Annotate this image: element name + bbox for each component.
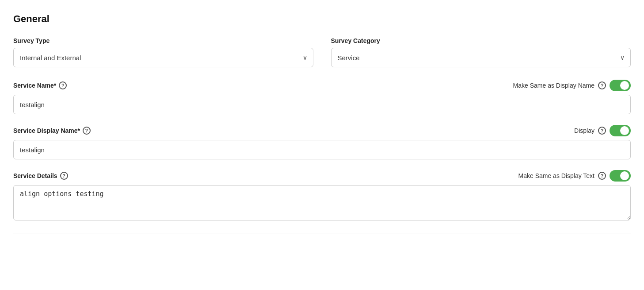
service-display-name-label-left: Service Display Name* ? — [13, 127, 91, 135]
survey-category-label: Survey Category — [331, 37, 631, 44]
make-same-as-display-name-label: Make Same as Display Name — [513, 82, 594, 89]
section-title: General — [13, 13, 631, 25]
service-name-section: Service Name* ? Make Same as Display Nam… — [13, 80, 631, 114]
survey-category-select[interactable]: Service Product Support — [331, 48, 631, 67]
service-details-toggle[interactable] — [610, 170, 631, 182]
survey-category-select-wrapper: Service Product Support ∨ — [331, 48, 631, 67]
survey-category-group: Survey Category Service Product Support … — [331, 37, 631, 67]
service-display-name-label-row: Service Display Name* ? Display ? — [13, 125, 631, 136]
service-display-name-section: Service Display Name* ? Display ? — [13, 125, 631, 159]
survey-type-select[interactable]: Internal and External Internal External — [13, 48, 313, 67]
service-details-textarea[interactable]: align options testing — [13, 185, 631, 220]
service-name-input[interactable] — [13, 95, 631, 114]
service-details-section: Service Details ? Make Same as Display T… — [13, 170, 631, 222]
service-name-toggle[interactable] — [610, 80, 631, 91]
service-display-name-toggle-slider — [610, 125, 631, 136]
display-toggle-help-icon[interactable]: ? — [598, 127, 606, 135]
service-name-label-row: Service Name* ? Make Same as Display Nam… — [13, 80, 631, 91]
survey-type-category-row: Survey Type Internal and External Intern… — [13, 37, 631, 67]
survey-type-group: Survey Type Internal and External Intern… — [13, 37, 313, 67]
service-details-toggle-slider — [610, 170, 631, 182]
display-toggle-label: Display — [574, 127, 594, 134]
service-details-label-left: Service Details ? — [13, 172, 68, 180]
service-display-name-help-icon[interactable]: ? — [83, 127, 91, 135]
service-details-label-row: Service Details ? Make Same as Display T… — [13, 170, 631, 182]
service-name-label-left: Service Name* ? — [13, 81, 67, 89]
service-details-toggle-help-icon[interactable]: ? — [598, 172, 606, 180]
service-name-help-icon[interactable]: ? — [59, 81, 67, 89]
service-details-help-icon[interactable]: ? — [60, 172, 68, 180]
service-display-name-label: Service Display Name* — [13, 127, 80, 134]
service-display-name-toggle-group: Display ? — [574, 125, 631, 136]
bottom-divider — [13, 233, 631, 233]
service-display-name-toggle[interactable] — [610, 125, 631, 136]
service-name-toggle-help-icon[interactable]: ? — [598, 81, 606, 89]
service-name-toggle-group: Make Same as Display Name ? — [513, 80, 631, 91]
service-display-name-input[interactable] — [13, 140, 631, 159]
survey-type-label: Survey Type — [13, 37, 313, 44]
service-details-toggle-group: Make Same as Display Text ? — [518, 170, 631, 182]
survey-type-select-wrapper: Internal and External Internal External … — [13, 48, 313, 67]
service-name-toggle-slider — [610, 80, 631, 91]
service-details-label: Service Details — [13, 172, 57, 179]
service-name-label: Service Name* — [13, 82, 56, 89]
make-same-as-display-text-label: Make Same as Display Text — [518, 172, 594, 179]
